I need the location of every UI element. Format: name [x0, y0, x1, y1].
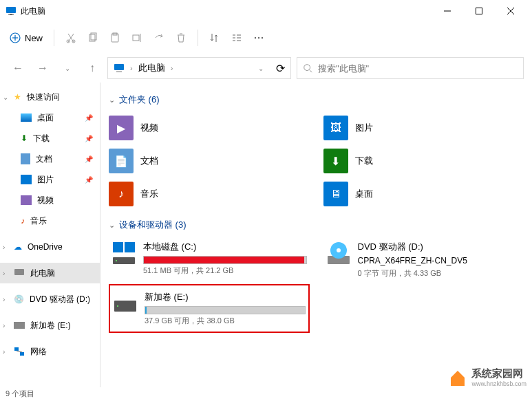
- status-bar: 9 个项目: [0, 386, 34, 401]
- search-icon: [303, 63, 312, 73]
- drive-d[interactable]: DVD 驱动器 (D:) CPRA_X64FRE_ZH-CN_DV5 0 字节 …: [323, 238, 524, 281]
- pin-icon: 📌: [85, 114, 93, 122]
- delete-icon[interactable]: [175, 32, 187, 43]
- dvd-icon: 💿: [14, 294, 24, 304]
- new-label: New: [25, 33, 43, 43]
- more-icon[interactable]: [253, 32, 264, 43]
- sidebar-item-newvol[interactable]: ›新加卷 (E:): [0, 315, 100, 336]
- up-button[interactable]: ↑: [83, 58, 102, 78]
- drive-e-highlighted[interactable]: 新加卷 (E:) 37.9 GB 可用，共 38.0 GB: [109, 284, 310, 333]
- section-drives[interactable]: ⌄设备和驱动器 (3): [109, 219, 524, 231]
- search-input[interactable]: [318, 63, 518, 74]
- svg-point-43: [117, 305, 118, 307]
- svg-rect-2: [8, 14, 14, 15]
- svg-rect-4: [476, 8, 482, 14]
- sidebar-item-videos[interactable]: 视频: [0, 190, 100, 210]
- rename-icon[interactable]: [131, 32, 142, 43]
- new-button[interactable]: New: [10, 32, 43, 43]
- folder-desktop[interactable]: 🖥桌面: [323, 179, 524, 209]
- close-button[interactable]: [495, 0, 526, 22]
- svg-point-26: [262, 37, 263, 39]
- chevron-down-icon: ⌄: [109, 221, 115, 230]
- chevron-down-icon[interactable]: ⌄: [258, 65, 264, 72]
- cloud-icon: ☁: [14, 242, 22, 252]
- drive-icon: [113, 291, 138, 316]
- sidebar-item-quick[interactable]: ⌄★快速访问: [0, 87, 100, 107]
- chevron-right-icon[interactable]: ›: [3, 322, 5, 329]
- folder-documents[interactable]: 📄文档: [109, 146, 310, 176]
- sidebar-item-music[interactable]: ♪音乐: [0, 210, 100, 231]
- cut-icon[interactable]: [65, 32, 76, 43]
- svg-rect-16: [133, 35, 139, 41]
- svg-rect-33: [20, 352, 24, 356]
- chevron-right-icon[interactable]: ›: [3, 243, 5, 251]
- copy-icon[interactable]: [87, 32, 98, 43]
- download-icon: ⬇: [323, 149, 348, 173]
- folder-music[interactable]: ♪音乐: [109, 179, 310, 209]
- chevron-right-icon[interactable]: ›: [3, 296, 5, 303]
- desktop-icon: 🖥: [323, 182, 348, 206]
- svg-point-29: [304, 65, 310, 71]
- svg-point-11: [72, 40, 75, 43]
- watermark: 系统家园网 www.hnzkhbsb.com: [448, 367, 526, 387]
- sidebar-item-network[interactable]: ›网络: [0, 341, 100, 362]
- view-icon[interactable]: [231, 32, 242, 43]
- refresh-icon[interactable]: ⟳: [276, 62, 285, 75]
- sidebar-item-documents[interactable]: 文档📌: [0, 149, 100, 169]
- minimize-button[interactable]: [432, 0, 463, 22]
- sidebar-item-dvd[interactable]: ›💿DVD 驱动器 (D:): [0, 289, 100, 310]
- back-button[interactable]: ←: [8, 58, 28, 78]
- svg-point-41: [337, 248, 341, 252]
- sidebar-item-desktop[interactable]: 桌面📌: [0, 107, 100, 128]
- folder-videos[interactable]: ▶视频: [109, 113, 310, 143]
- network-icon: [14, 346, 25, 357]
- sidebar-item-onedrive[interactable]: ›☁OneDrive: [0, 237, 100, 257]
- svg-rect-27: [114, 64, 124, 70]
- svg-point-10: [67, 40, 70, 43]
- svg-line-30: [310, 70, 312, 73]
- sidebar-item-thispc[interactable]: ›此电脑: [0, 263, 100, 283]
- chevron-down-icon[interactable]: ⌄: [3, 94, 8, 101]
- drive-usage-bar: [145, 306, 306, 314]
- maximize-button[interactable]: [463, 0, 495, 22]
- thispc-icon: [114, 63, 125, 74]
- desktop-icon: [21, 113, 32, 122]
- section-folders[interactable]: ⌄文件夹 (6): [109, 94, 524, 106]
- folder-pictures[interactable]: 🖼图片: [323, 113, 524, 143]
- svg-rect-32: [14, 347, 19, 351]
- main-content: ⌄文件夹 (6) ▶视频 🖼图片 📄文档 ⬇下载 ♪音乐 🖥桌面 ⌄设备和驱动器…: [100, 83, 532, 387]
- sort-icon[interactable]: [209, 32, 220, 43]
- pin-icon: 📌: [85, 155, 93, 163]
- address-row: ← → ⌄ ↑ › 此电脑 › ⌄ ⟳: [0, 54, 532, 83]
- folder-downloads[interactable]: ⬇下载: [323, 146, 524, 176]
- sidebar-item-downloads[interactable]: ⬇下载📌: [0, 128, 100, 149]
- drive-icon: [14, 322, 25, 329]
- svg-point-36: [116, 260, 117, 261]
- drive-usage-bar: [143, 256, 307, 264]
- video-icon: [21, 195, 32, 205]
- svg-point-24: [255, 37, 256, 39]
- music-icon: ♪: [21, 216, 25, 226]
- forward-button[interactable]: →: [33, 58, 52, 78]
- home-icon: [448, 368, 467, 387]
- share-icon[interactable]: [153, 32, 164, 43]
- picture-icon: [21, 175, 32, 184]
- chevron-down-icon[interactable]: ⌄: [58, 58, 77, 78]
- drive-c[interactable]: 本地磁盘 (C:) 51.1 MB 可用，共 21.2 GB: [109, 238, 310, 281]
- pin-icon: 📌: [85, 176, 93, 184]
- chevron-right-icon[interactable]: ›: [3, 348, 5, 356]
- paste-icon[interactable]: [109, 32, 120, 43]
- breadcrumb-root[interactable]: 此电脑: [138, 62, 165, 74]
- sidebar-item-pictures[interactable]: 图片📌: [0, 169, 100, 190]
- star-icon: ★: [14, 92, 21, 102]
- search-box[interactable]: [297, 57, 524, 79]
- video-icon: ▶: [109, 116, 134, 140]
- document-icon: [21, 153, 30, 164]
- address-bar[interactable]: › 此电脑 › ⌄ ⟳: [107, 57, 291, 79]
- chevron-right-icon[interactable]: ›: [3, 270, 5, 277]
- item-count: 9 个项目: [6, 389, 34, 399]
- svg-rect-37: [113, 242, 123, 252]
- thispc-icon: [14, 268, 25, 279]
- document-icon: 📄: [109, 149, 134, 173]
- new-icon: [10, 32, 21, 43]
